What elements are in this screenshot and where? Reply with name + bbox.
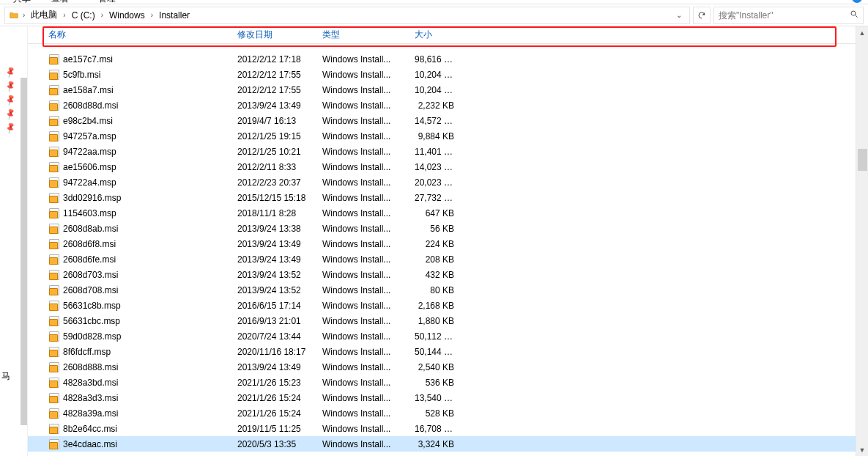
installer-file-icon xyxy=(48,300,60,312)
file-name-label: 3dd02916.msp xyxy=(63,193,121,203)
search-box[interactable] xyxy=(713,7,864,24)
file-name-cell[interactable]: 56631c8b.msp xyxy=(42,300,231,312)
chevron-right-icon[interactable]: › xyxy=(100,11,105,19)
scrollbar-track[interactable] xyxy=(856,39,868,444)
scrollbar-thumb[interactable] xyxy=(858,149,867,171)
file-row[interactable]: 2608d708.msi2013/9/24 13:52Windows Insta… xyxy=(28,282,856,298)
file-name-label: 2608d6fe.msi xyxy=(63,254,116,265)
chevron-down-icon[interactable]: ⌄ xyxy=(672,11,686,19)
file-row[interactable]: 947257a.msp2012/1/25 19:15Windows Instal… xyxy=(28,128,856,144)
file-row[interactable]: 3dd02916.msp2015/12/15 15:18Windows Inst… xyxy=(28,190,856,205)
file-type-cell: Windows Install... xyxy=(316,54,409,65)
pin-icon[interactable]: 📌 xyxy=(4,79,18,92)
column-header-name[interactable]: 名称 xyxy=(42,26,231,43)
file-row[interactable]: 2608d8ab.msi2013/9/24 13:38Windows Insta… xyxy=(28,221,856,236)
file-type-cell: Windows Install... xyxy=(316,100,409,111)
file-name-cell[interactable]: 5c9fb.msi xyxy=(42,69,231,81)
file-name-cell[interactable]: 8f6fdcff.msp xyxy=(42,346,231,358)
sidebar-item-truncated[interactable]: 马 xyxy=(1,370,10,383)
file-name-cell[interactable]: ae158a7.msi xyxy=(42,84,231,96)
search-input[interactable] xyxy=(719,10,858,21)
file-row[interactable]: 3e4cdaac.msi2020/5/3 13:35Windows Instal… xyxy=(28,436,856,452)
file-name-cell[interactable]: e98c2b4.msi xyxy=(42,115,231,127)
file-row[interactable]: 1154603.msp2018/11/1 8:28Windows Install… xyxy=(28,205,856,221)
file-row[interactable]: 4828a3bd.msi2021/1/26 15:23Windows Insta… xyxy=(28,375,856,390)
file-row[interactable]: 5c9fb.msi2012/2/12 17:55Windows Install.… xyxy=(28,67,856,82)
refresh-button[interactable] xyxy=(693,7,711,24)
column-header-size[interactable]: 大小 xyxy=(409,26,460,43)
file-name-label: 56631c8b.msp xyxy=(63,301,121,311)
file-name-cell[interactable]: 2608d703.msi xyxy=(42,269,231,281)
file-name-cell[interactable]: 4828a3bd.msi xyxy=(42,377,231,389)
breadcrumb[interactable]: › 此电脑 › C (C:) › Windows › Installer ⌄ xyxy=(4,7,690,24)
sidebar-scrollbar[interactable] xyxy=(21,26,28,456)
pin-icon[interactable]: 📌 xyxy=(4,93,18,106)
column-header-type[interactable]: 类型 xyxy=(316,26,409,43)
file-name-cell[interactable]: 94722aa.msp xyxy=(42,146,231,158)
column-header-date[interactable]: 修改日期 xyxy=(231,26,316,43)
file-row[interactable]: 8b2e64cc.msi2019/11/5 11:25Windows Insta… xyxy=(28,421,856,436)
help-icon[interactable]: ? xyxy=(852,0,862,3)
file-name-cell[interactable]: 947257a.msp xyxy=(42,130,231,142)
breadcrumb-installer[interactable]: Installer xyxy=(156,7,193,23)
scrollbar-thumb[interactable] xyxy=(21,78,27,425)
file-date-cell: 2013/9/24 13:38 xyxy=(231,224,316,234)
file-row[interactable]: 4828a39a.msi2021/1/26 15:24Windows Insta… xyxy=(28,405,856,421)
file-row[interactable]: 94722aa.msp2012/1/25 10:21Windows Instal… xyxy=(28,144,856,159)
file-row[interactable]: ae157c7.msi2012/2/12 17:18Windows Instal… xyxy=(28,51,856,67)
file-name-cell[interactable]: 2608d6f8.msi xyxy=(42,238,231,250)
file-name-cell[interactable]: 4828a3d3.msi xyxy=(42,392,231,404)
scroll-up-arrow[interactable]: ▲ xyxy=(856,26,868,39)
file-name-cell[interactable]: 56631cbc.msp xyxy=(42,315,231,327)
pin-icon[interactable]: 📌 xyxy=(4,65,18,78)
file-type-cell: Windows Install... xyxy=(316,301,409,311)
file-name-cell[interactable]: 3dd02916.msp xyxy=(42,192,231,204)
file-name-cell[interactable]: ae15606.msp xyxy=(42,161,231,173)
scroll-down-arrow[interactable]: ▼ xyxy=(856,444,868,456)
ribbon-tab-view[interactable]: 查看 xyxy=(51,0,69,5)
file-row[interactable]: 56631c8b.msp2016/6/15 17:14Windows Insta… xyxy=(28,298,856,313)
search-icon[interactable] xyxy=(850,10,858,21)
file-name-cell[interactable]: 4828a39a.msi xyxy=(42,408,231,419)
vertical-scrollbar[interactable]: ▲ ▼ xyxy=(856,26,868,456)
file-row[interactable]: 8f6fdcff.msp2020/11/16 18:17Windows Inst… xyxy=(28,344,856,359)
file-list[interactable]: ae157c7.msi2012/2/12 17:18Windows Instal… xyxy=(28,44,856,456)
ribbon-tab-share[interactable]: 共享 xyxy=(13,0,31,5)
breadcrumb-windows[interactable]: Windows xyxy=(106,7,148,23)
file-name-cell[interactable]: 2608d8ab.msi xyxy=(42,223,231,235)
file-row[interactable]: 56631cbc.msp2016/9/13 21:01Windows Insta… xyxy=(28,313,856,328)
pin-icon[interactable]: 📌 xyxy=(4,107,18,120)
file-name-cell[interactable]: 2608d708.msi xyxy=(42,284,231,296)
ribbon-tab-manage[interactable]: 管理 xyxy=(98,0,116,5)
file-row[interactable]: 59d0d828.msp2020/7/24 13:44Windows Insta… xyxy=(28,328,856,344)
breadcrumb-this-pc[interactable]: 此电脑 xyxy=(28,7,60,23)
file-name-cell[interactable]: 2608d6fe.msi xyxy=(42,254,231,265)
file-name-cell[interactable]: 59d0d828.msp xyxy=(42,331,231,342)
file-name-cell[interactable]: 8b2e64cc.msi xyxy=(42,423,231,435)
file-row[interactable]: 2608d6fe.msi2013/9/24 13:49Windows Insta… xyxy=(28,251,856,267)
pin-icon[interactable]: 📌 xyxy=(4,121,18,134)
file-row[interactable]: 2608d888.msi2013/9/24 13:49Windows Insta… xyxy=(28,359,856,375)
file-date-cell: 2016/9/13 21:01 xyxy=(231,316,316,326)
chevron-right-icon[interactable]: › xyxy=(62,11,67,19)
file-row[interactable]: 2608d703.msi2013/9/24 13:52Windows Insta… xyxy=(28,267,856,282)
file-name-cell[interactable]: 2608d888.msi xyxy=(42,361,231,373)
file-name-cell[interactable]: 2608d88d.msi xyxy=(42,100,231,111)
file-row[interactable]: 2608d88d.msi2013/9/24 13:49Windows Insta… xyxy=(28,98,856,113)
file-type-cell: Windows Install... xyxy=(316,70,409,80)
chevron-right-icon[interactable]: › xyxy=(149,11,155,19)
file-name-cell[interactable]: 3e4cdaac.msi xyxy=(42,438,231,450)
installer-file-icon xyxy=(48,146,60,158)
file-row[interactable]: e98c2b4.msi2019/4/7 16:13Windows Install… xyxy=(28,113,856,128)
file-row[interactable]: 2608d6f8.msi2013/9/24 13:49Windows Insta… xyxy=(28,236,856,251)
file-name-cell[interactable]: 1154603.msp xyxy=(42,207,231,219)
file-row[interactable]: 4828a3d3.msi2021/1/26 15:24Windows Insta… xyxy=(28,390,856,405)
file-name-cell[interactable]: ae157c7.msi xyxy=(42,54,231,65)
file-name-cell[interactable]: 94722a4.msp xyxy=(42,177,231,188)
file-row[interactable]: ae158a7.msi2012/2/12 17:55Windows Instal… xyxy=(28,82,856,98)
chevron-right-icon[interactable]: › xyxy=(21,11,26,19)
file-row[interactable]: ae15606.msp2012/2/11 8:33Windows Install… xyxy=(28,159,856,174)
installer-file-icon xyxy=(48,423,60,435)
file-row[interactable]: 94722a4.msp2012/2/23 20:37Windows Instal… xyxy=(28,174,856,190)
breadcrumb-drive-c[interactable]: C (C:) xyxy=(69,7,98,23)
